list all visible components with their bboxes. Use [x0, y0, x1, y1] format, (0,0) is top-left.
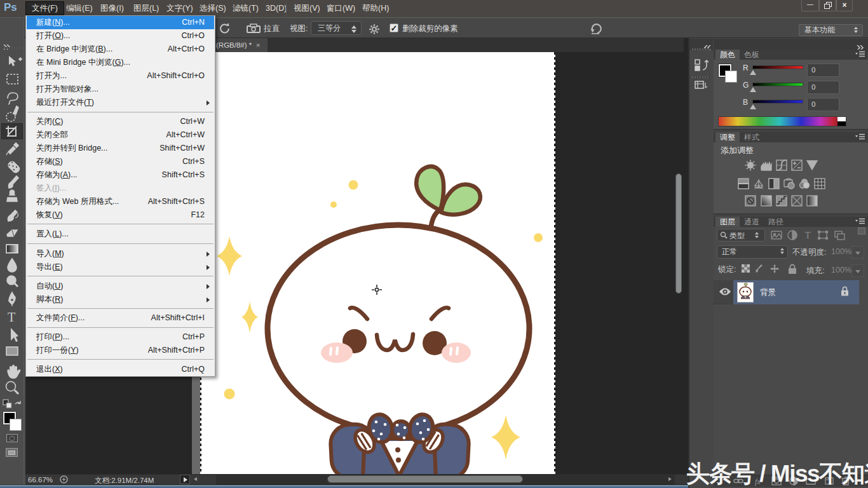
svg-text:T: T	[8, 310, 15, 324]
svg-text:T: T	[805, 231, 811, 240]
